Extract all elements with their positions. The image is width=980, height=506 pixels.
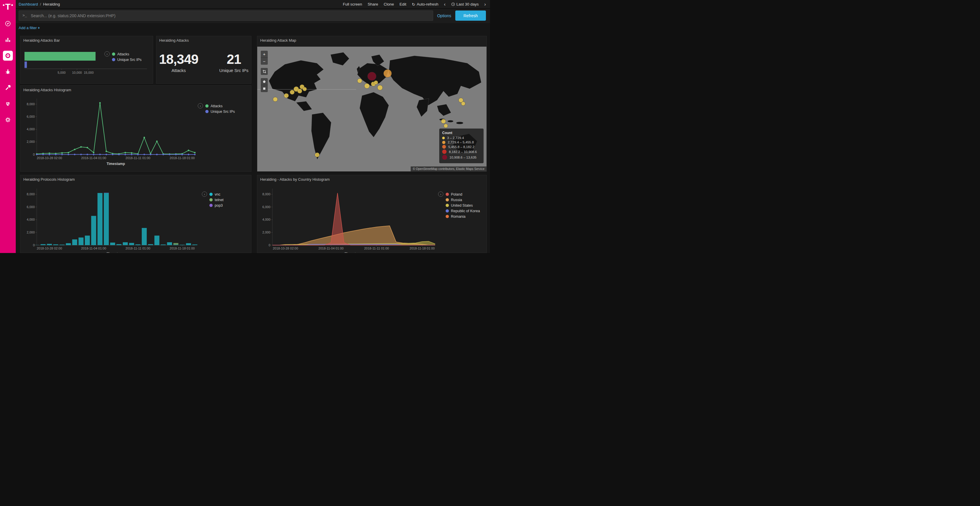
svg-text:2018-11-04 01:00: 2018-11-04 01:00 <box>81 156 106 160</box>
panel-title[interactable]: Heralding Protocols Histogram <box>21 175 251 183</box>
panel-title[interactable]: Heralding Attacks Histogram <box>21 86 251 93</box>
map-legend-dot-icon <box>442 145 446 149</box>
chart-legend: › vnctelnetpop3 <box>202 192 224 208</box>
panel-title[interactable]: Heralding Attack Map <box>257 36 487 44</box>
polygon-icon <box>262 80 266 83</box>
nav-health-heartbeat-icon[interactable] <box>3 99 13 109</box>
panel-title[interactable]: Heralding - Attacks by Country Histogram <box>257 175 487 183</box>
legend-item[interactable]: Attacks <box>112 52 142 56</box>
legend-item[interactable]: Romania <box>445 214 480 219</box>
legend-toggle-icon[interactable]: › <box>202 192 207 197</box>
topnav-actions: Full screen Share Clone Edit ↻ Auto-refr… <box>343 2 486 7</box>
panel-heralding-attacks-histogram: Heralding Attacks Histogram 02,0004,0006… <box>20 86 251 172</box>
tpot-telekom-logo[interactable]: T <box>3 2 13 11</box>
legend-dot-icon <box>205 104 208 108</box>
legend-label: pop3 <box>215 203 223 208</box>
legend-item[interactable]: United States <box>445 203 480 208</box>
panel-title[interactable]: Heralding Attacks Bar <box>21 36 153 44</box>
refresh-icon: ↻ <box>412 2 415 7</box>
svg-text:2018-10-28 02:00: 2018-10-28 02:00 <box>37 247 62 250</box>
map-attribution[interactable]: © OpenStreetMap contributors, Elastic Ma… <box>410 167 487 171</box>
sidebar-nav <box>3 19 13 125</box>
legend-item[interactable]: Republic of Korea <box>445 209 480 213</box>
legend-label: Republic of Korea <box>451 209 480 213</box>
breadcrumb: Dashboard / Heralding <box>19 2 60 6</box>
share-button[interactable]: Share <box>368 2 378 6</box>
legend-item[interactable]: Attacks <box>205 104 235 108</box>
map-zoom-out-button[interactable]: − <box>261 58 268 65</box>
map-legend-range-label: 10,908.6 – 13,635 <box>449 155 477 159</box>
legend-item[interactable]: Unique Src IPs <box>112 58 142 62</box>
nav-discover-icon[interactable] <box>3 19 13 29</box>
metric-value: 18,349 <box>159 51 198 67</box>
panel-title[interactable]: Heralding Attacks <box>156 36 251 44</box>
edit-button[interactable]: Edit <box>399 2 406 6</box>
map-crop-button[interactable] <box>261 68 268 75</box>
chart-legend: › AttacksUnique Src IPs <box>104 51 142 62</box>
attacks-histogram-chart[interactable]: 02,0004,0006,0008,0002018-10-28 02:00201… <box>23 94 198 171</box>
legend-label: Attacks <box>211 104 223 108</box>
world-map[interactable]: + − Count 3 – 2,729.42,729.4 – 5,455.85,… <box>257 47 487 171</box>
time-back-button[interactable]: ‹ <box>444 2 445 7</box>
svg-text:2018-11-11 01:00: 2018-11-11 01:00 <box>126 247 150 250</box>
options-link[interactable]: Options <box>437 13 451 18</box>
kibana-dashboard-app: T <box>0 0 490 253</box>
plus-icon: + <box>38 25 40 30</box>
search-box: >_ <box>19 11 433 21</box>
map-legend-range-label: 8,182.2 – 10,908.6 <box>449 150 477 154</box>
protocols-histogram-chart[interactable]: 02,0004,0006,0008,0002018-10-28 02:00201… <box>23 185 198 253</box>
legend-item[interactable]: vnc <box>209 192 224 197</box>
nav-tools-wrench-icon[interactable] <box>3 83 13 93</box>
fullscreen-button[interactable]: Full screen <box>343 2 362 6</box>
map-legend-range-label: 5,455.8 – 8,182.2 <box>448 145 474 149</box>
legend-item[interactable]: telnet <box>209 198 224 202</box>
panel-heralding-attacks-bar: Heralding Attacks Bar 5,00010,00015,000 … <box>20 36 153 84</box>
legend-label: Attacks <box>117 52 129 56</box>
map-legend-row: 2,729.4 – 5,455.8 <box>442 141 480 144</box>
nav-dashboard-icon[interactable] <box>3 51 13 60</box>
svg-text:2,000: 2,000 <box>27 230 35 234</box>
svg-text:0: 0 <box>33 243 35 247</box>
svg-text:2018-11-04 01:00: 2018-11-04 01:00 <box>318 247 344 250</box>
legend-label: United States <box>451 203 473 208</box>
svg-text:2018-11-18 01:00: 2018-11-18 01:00 <box>409 247 434 250</box>
search-input[interactable] <box>30 13 430 18</box>
time-range-button[interactable]: Last 30 days <box>451 2 479 6</box>
metric-attacks: 18,349 Attacks <box>159 51 198 73</box>
svg-text:6,000: 6,000 <box>27 115 35 118</box>
nav-visualize-icon[interactable] <box>3 35 13 44</box>
clone-button[interactable]: Clone <box>384 2 394 6</box>
map-draw-polygon-button[interactable] <box>261 78 268 85</box>
nav-honeypot-bug-icon[interactable] <box>3 67 13 77</box>
legend-label: Romania <box>451 214 466 219</box>
time-forward-button[interactable]: › <box>484 2 486 7</box>
refresh-button[interactable]: Refresh <box>455 11 486 21</box>
auto-refresh-button[interactable]: ↻ Auto-refresh <box>412 2 438 7</box>
legend-toggle-icon[interactable]: › <box>438 192 443 197</box>
breadcrumb-separator: / <box>40 2 41 6</box>
legend-toggle-icon[interactable]: › <box>198 103 203 108</box>
legend-label: Poland <box>451 192 462 197</box>
map-legend-dot-icon <box>442 137 445 139</box>
svg-text:2018-11-18 01:00: 2018-11-18 01:00 <box>170 247 195 250</box>
map-count-legend: Count 3 – 2,729.42,729.4 – 5,455.85,455.… <box>439 128 484 163</box>
map-legend-row: 3 – 2,729.4 <box>442 136 480 140</box>
nav-settings-gear-icon[interactable] <box>3 115 13 125</box>
panel-heralding-attacks-metric: Heralding Attacks 18,349 Attacks 21 Uniq… <box>156 36 251 84</box>
metric-label: Attacks <box>159 68 198 73</box>
country-histogram-chart[interactable]: 02,0004,0006,0008,0002018-10-28 02:00201… <box>259 185 440 253</box>
legend-item[interactable]: Russia <box>445 198 480 202</box>
map-draw-rectangle-button[interactable] <box>261 85 268 92</box>
legend-toggle-icon[interactable]: › <box>104 51 110 57</box>
legend-item[interactable]: Unique Src IPs <box>205 109 235 114</box>
add-filter-link[interactable]: Add a filter+ <box>19 25 40 30</box>
map-legend-range-label: 3 – 2,729.4 <box>447 136 464 140</box>
panel-heralding-attack-map: Heralding Attack Map <box>257 36 487 172</box>
svg-text:10,000: 10,000 <box>72 71 82 75</box>
legend-item[interactable]: Poland <box>445 192 480 197</box>
map-zoom-in-button[interactable]: + <box>261 51 268 58</box>
svg-text:8,000: 8,000 <box>27 192 35 196</box>
legend-dot-icon <box>209 204 213 207</box>
legend-item[interactable]: pop3 <box>209 203 224 208</box>
breadcrumb-dashboard-link[interactable]: Dashboard <box>19 2 38 6</box>
